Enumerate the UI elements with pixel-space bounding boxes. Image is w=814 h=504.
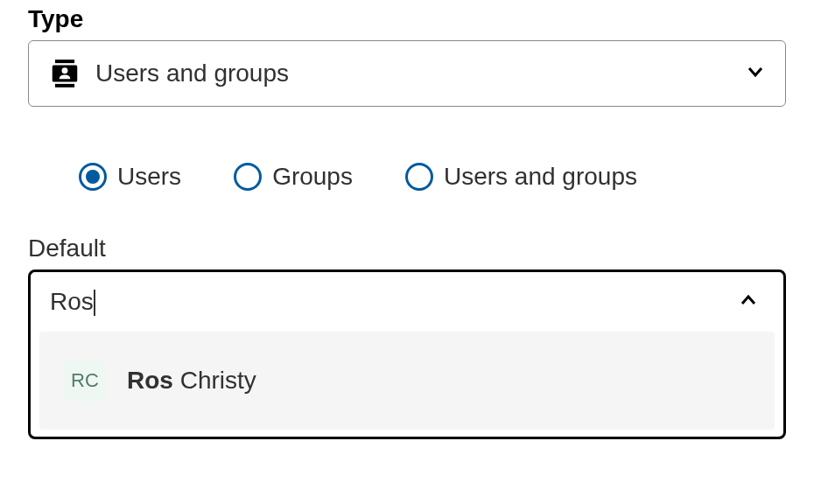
- chevron-up-icon[interactable]: [738, 290, 759, 314]
- svg-rect-2: [55, 84, 74, 88]
- svg-rect-0: [55, 60, 74, 63]
- type-select-value: Users and groups: [95, 60, 745, 88]
- default-combobox: Ros RC Ros Christy: [28, 270, 786, 439]
- suggestion-name: Ros Christy: [127, 367, 256, 395]
- radio-button-icon: [79, 163, 107, 191]
- type-label: Type: [28, 5, 786, 33]
- avatar: RC: [64, 360, 106, 402]
- radio-users-and-groups[interactable]: Users and groups: [405, 163, 637, 191]
- radio-groups[interactable]: Groups: [234, 163, 353, 191]
- svg-point-3: [62, 67, 68, 74]
- chevron-down-icon: [745, 61, 766, 86]
- radio-label: Groups: [272, 163, 353, 191]
- radio-group: Users Groups Users and groups: [28, 163, 786, 191]
- suggestion-list: RC Ros Christy: [39, 332, 775, 430]
- suggestion-item[interactable]: RC Ros Christy: [64, 360, 750, 402]
- radio-users[interactable]: Users: [79, 163, 181, 191]
- combobox-input-row: Ros: [31, 272, 783, 332]
- radio-button-icon: [405, 163, 433, 191]
- radio-label: Users and groups: [444, 163, 637, 191]
- user-card-icon: [48, 57, 85, 90]
- radio-label: Users: [117, 163, 181, 191]
- default-label: Default: [28, 234, 786, 262]
- default-search-input[interactable]: Ros: [50, 288, 94, 316]
- radio-button-icon: [234, 163, 262, 191]
- type-select[interactable]: Users and groups: [28, 40, 786, 107]
